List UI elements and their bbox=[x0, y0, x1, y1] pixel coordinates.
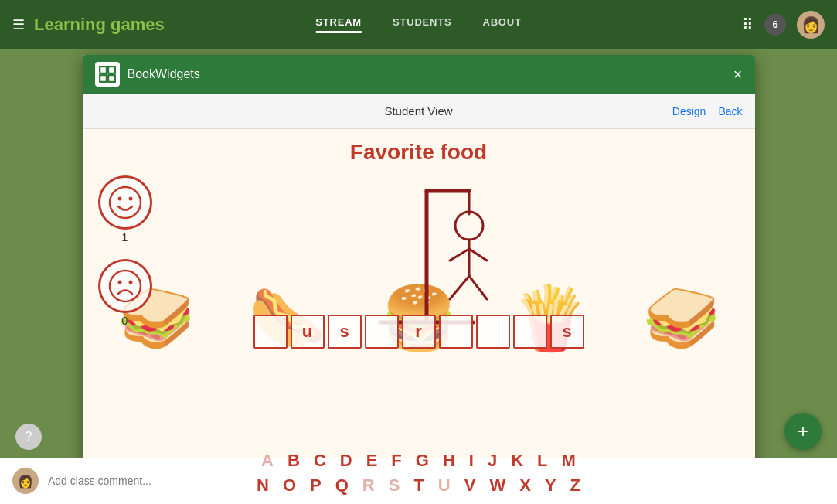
key-E[interactable]: E bbox=[363, 451, 381, 471]
key-X[interactable]: X bbox=[516, 475, 534, 495]
sad-face bbox=[98, 259, 152, 313]
letter-box-8: s bbox=[550, 315, 584, 349]
letter-box-2: s bbox=[328, 315, 362, 349]
svg-point-9 bbox=[128, 281, 132, 284]
svg-rect-3 bbox=[108, 75, 115, 82]
modal-header: BookWidgets × bbox=[83, 55, 755, 94]
key-Q[interactable]: Q bbox=[332, 475, 352, 495]
key-D[interactable]: D bbox=[337, 451, 356, 471]
bookwidgets-modal: BookWidgets × Student View Design Back 🥪… bbox=[83, 55, 755, 504]
hamburger-icon[interactable]: ☰ bbox=[12, 16, 25, 33]
top-navigation-bar: ☰ Learning games STREAM STUDENTS ABOUT ⠿… bbox=[0, 0, 837, 49]
key-Z[interactable]: Z bbox=[567, 475, 584, 495]
commenter-avatar: 👩 bbox=[12, 468, 39, 494]
toolbar-actions: Design Back bbox=[672, 105, 743, 117]
toolbar-title: Student View bbox=[384, 104, 452, 117]
key-R[interactable]: R bbox=[359, 475, 378, 495]
letter-box-0: _ bbox=[253, 315, 288, 349]
key-L[interactable]: L bbox=[534, 451, 550, 471]
key-U[interactable]: U bbox=[435, 475, 454, 495]
key-N[interactable]: N bbox=[253, 475, 272, 495]
user-avatar[interactable]: 👩 bbox=[797, 11, 825, 39]
notification-badge[interactable]: 6 bbox=[764, 14, 786, 36]
letter-box-5: _ bbox=[439, 315, 473, 349]
sad-face-container: 0 bbox=[98, 259, 152, 327]
svg-point-6 bbox=[128, 197, 132, 201]
widget-content: 🥪 🌭 🍔 🍟 🥪 Favorite food bbox=[83, 129, 755, 504]
key-I[interactable]: I bbox=[466, 451, 477, 471]
design-link[interactable]: Design bbox=[672, 105, 706, 117]
left-panel: 1 0 bbox=[98, 175, 152, 327]
logo-icon bbox=[95, 62, 120, 87]
hangman-drawing bbox=[349, 175, 504, 330]
tab-students[interactable]: STUDENTS bbox=[393, 16, 451, 33]
fab-add-button[interactable]: + bbox=[784, 413, 822, 450]
word-display: _ u s _ r _ _ _ s bbox=[253, 315, 584, 349]
svg-point-14 bbox=[455, 212, 483, 240]
logo-text: BookWidgets bbox=[128, 67, 200, 81]
svg-point-8 bbox=[117, 281, 121, 284]
modal-toolbar: Student View Design Back bbox=[83, 94, 755, 129]
modal-close-button[interactable]: × bbox=[733, 66, 743, 82]
app-title: Learning games bbox=[34, 15, 165, 35]
help-button[interactable]: ? bbox=[15, 424, 42, 450]
top-bar-left: ☰ Learning games bbox=[12, 15, 165, 35]
svg-line-16 bbox=[450, 249, 469, 261]
key-O[interactable]: O bbox=[280, 475, 299, 495]
happy-count: 1 bbox=[98, 231, 152, 243]
key-C[interactable]: C bbox=[311, 451, 329, 471]
happy-face-container: 1 bbox=[98, 175, 152, 243]
letter-box-7: _ bbox=[513, 315, 547, 349]
svg-rect-2 bbox=[100, 75, 107, 82]
tab-about[interactable]: ABOUT bbox=[482, 16, 521, 33]
game-title: Favorite food bbox=[350, 140, 487, 165]
modal-overlay: BookWidgets × Student View Design Back 🥪… bbox=[0, 49, 837, 504]
svg-point-5 bbox=[117, 197, 121, 201]
svg-point-4 bbox=[110, 187, 141, 218]
key-H[interactable]: H bbox=[440, 451, 458, 471]
svg-rect-0 bbox=[100, 66, 107, 73]
key-M[interactable]: M bbox=[559, 451, 579, 471]
key-W[interactable]: W bbox=[486, 475, 509, 495]
keyboard-row-2: N O P Q R S T U V W X Y Z bbox=[253, 475, 584, 495]
key-J[interactable]: J bbox=[485, 451, 500, 471]
letter-box-6: _ bbox=[476, 315, 510, 349]
key-A[interactable]: A bbox=[258, 451, 277, 471]
nav-tabs: STREAM STUDENTS ABOUT bbox=[315, 16, 521, 33]
key-Y[interactable]: Y bbox=[542, 475, 560, 495]
svg-line-17 bbox=[469, 249, 487, 261]
letter-box-4: r bbox=[402, 315, 436, 349]
happy-face bbox=[98, 175, 152, 230]
key-V[interactable]: V bbox=[461, 475, 479, 495]
svg-point-7 bbox=[110, 271, 141, 301]
grid-icon[interactable]: ⠿ bbox=[742, 15, 754, 34]
svg-rect-1 bbox=[108, 66, 115, 73]
key-F[interactable]: F bbox=[388, 451, 404, 471]
key-T[interactable]: T bbox=[410, 475, 427, 495]
key-G[interactable]: G bbox=[413, 451, 432, 471]
keyboard-area: A B C D E F G H I J K L M bbox=[83, 451, 755, 500]
game-overlay: Favorite food 1 bbox=[83, 129, 755, 504]
keyboard-row-1: A B C D E F G H I J K L M bbox=[258, 451, 579, 471]
back-link[interactable]: Back bbox=[718, 105, 742, 117]
sad-count: 0 bbox=[98, 315, 152, 327]
tab-stream[interactable]: STREAM bbox=[315, 16, 362, 33]
svg-line-18 bbox=[450, 276, 469, 299]
top-bar-right: ⠿ 6 👩 bbox=[742, 11, 825, 39]
bookwidgets-logo: BookWidgets bbox=[95, 62, 200, 87]
key-B[interactable]: B bbox=[284, 451, 303, 471]
letter-box-1: u bbox=[291, 315, 325, 349]
key-P[interactable]: P bbox=[307, 475, 325, 495]
key-K[interactable]: K bbox=[508, 451, 526, 471]
key-S[interactable]: S bbox=[386, 475, 403, 495]
svg-line-19 bbox=[469, 276, 487, 299]
letter-box-3: _ bbox=[365, 315, 399, 349]
